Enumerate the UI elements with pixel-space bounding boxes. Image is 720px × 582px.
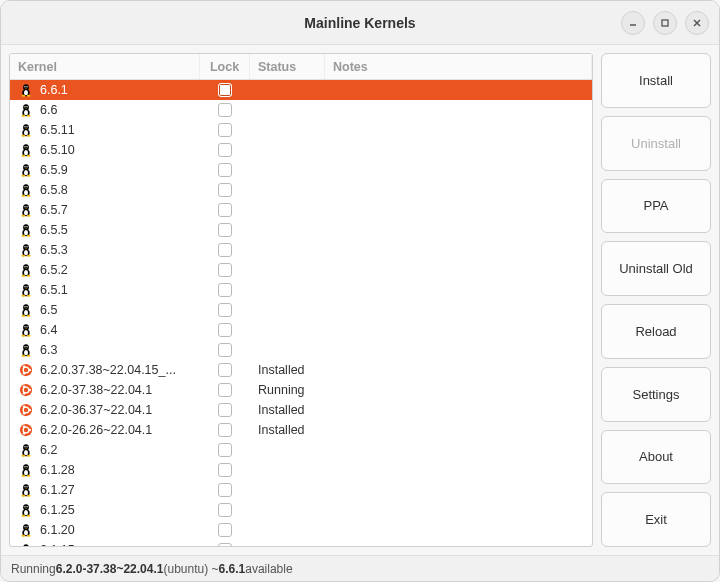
cell-kernel: 6.2.0-26.26~22.04.1 [10, 420, 200, 440]
cell-status [250, 480, 325, 500]
table-row[interactable]: 6.6 [10, 100, 592, 120]
exit-button[interactable]: Exit [601, 492, 711, 547]
reload-button[interactable]: Reload [601, 304, 711, 359]
table-row[interactable]: 6.2.0.37.38~22.04.15_...Installed [10, 360, 592, 380]
lock-checkbox[interactable] [218, 263, 232, 277]
cell-lock [200, 300, 250, 320]
col-header-kernel[interactable]: Kernel [10, 54, 200, 79]
cell-kernel: 6.4 [10, 320, 200, 340]
table-row[interactable]: 6.5.5 [10, 220, 592, 240]
table-row[interactable]: 6.5.7 [10, 200, 592, 220]
cell-notes [325, 500, 592, 520]
lock-checkbox[interactable] [218, 363, 232, 377]
lock-checkbox[interactable] [218, 323, 232, 337]
table-row[interactable]: 6.5 [10, 300, 592, 320]
minimize-button[interactable] [621, 11, 645, 35]
uninstall-button[interactable]: Uninstall [601, 116, 711, 171]
lock-checkbox[interactable] [218, 483, 232, 497]
lock-checkbox[interactable] [218, 383, 232, 397]
kernel-name: 6.1.25 [40, 503, 75, 517]
table-body[interactable]: 6.6.16.66.5.116.5.106.5.96.5.86.5.76.5.5… [10, 80, 592, 546]
lock-checkbox[interactable] [218, 123, 232, 137]
cell-kernel: 6.5.10 [10, 140, 200, 160]
table-row[interactable]: 6.1.28 [10, 460, 592, 480]
lock-checkbox[interactable] [218, 183, 232, 197]
lock-checkbox[interactable] [218, 403, 232, 417]
table-row[interactable]: 6.2.0-37.38~22.04.1Running [10, 380, 592, 400]
cell-notes [325, 100, 592, 120]
col-header-lock[interactable]: Lock [200, 54, 250, 79]
kernel-name: 6.2.0-36.37~22.04.1 [40, 403, 152, 417]
table-row[interactable]: 6.5.3 [10, 240, 592, 260]
cell-status [250, 460, 325, 480]
cell-kernel: 6.2.0-37.38~22.04.1 [10, 380, 200, 400]
table-row[interactable]: 6.2.0-26.26~22.04.1Installed [10, 420, 592, 440]
close-button[interactable] [685, 11, 709, 35]
table-row[interactable]: 6.2.0-36.37~22.04.1Installed [10, 400, 592, 420]
table-row[interactable]: 6.3 [10, 340, 592, 360]
table-row[interactable]: 6.1.15 [10, 540, 592, 546]
lock-checkbox[interactable] [218, 243, 232, 257]
cell-kernel: 6.1.27 [10, 480, 200, 500]
table-row[interactable]: 6.5.1 [10, 280, 592, 300]
cell-status [250, 200, 325, 220]
col-header-status[interactable]: Status [250, 54, 325, 79]
lock-checkbox[interactable] [218, 443, 232, 457]
status-distro: (ubuntu) ~ [163, 562, 218, 576]
maximize-button[interactable] [653, 11, 677, 35]
cell-status [250, 120, 325, 140]
titlebar: Mainline Kernels [1, 1, 719, 45]
table-row[interactable]: 6.5.11 [10, 120, 592, 140]
kernel-name: 6.5.2 [40, 263, 68, 277]
cell-lock [200, 180, 250, 200]
cell-status [250, 280, 325, 300]
ppa-button[interactable]: PPA [601, 179, 711, 234]
cell-status [250, 500, 325, 520]
cell-lock [200, 500, 250, 520]
table-row[interactable]: 6.6.1 [10, 80, 592, 100]
table-row[interactable]: 6.4 [10, 320, 592, 340]
tux-icon [18, 482, 34, 498]
table-row[interactable]: 6.5.8 [10, 180, 592, 200]
table-row[interactable]: 6.5.9 [10, 160, 592, 180]
lock-checkbox[interactable] [218, 83, 232, 97]
lock-checkbox[interactable] [218, 223, 232, 237]
lock-checkbox[interactable] [218, 103, 232, 117]
kernel-name: 6.5.8 [40, 183, 68, 197]
cell-status [250, 140, 325, 160]
kernel-name: 6.5.10 [40, 143, 75, 157]
lock-checkbox[interactable] [218, 143, 232, 157]
lock-checkbox[interactable] [218, 463, 232, 477]
table-row[interactable]: 6.1.27 [10, 480, 592, 500]
table-row[interactable]: 6.5.10 [10, 140, 592, 160]
about-button[interactable]: About [601, 430, 711, 485]
tux-icon [18, 322, 34, 338]
lock-checkbox[interactable] [218, 343, 232, 357]
kernel-name: 6.5.3 [40, 243, 68, 257]
settings-button[interactable]: Settings [601, 367, 711, 422]
col-header-notes[interactable]: Notes [325, 54, 592, 79]
kernel-name: 6.2.0.37.38~22.04.15_... [40, 363, 176, 377]
ubuntu-icon [18, 382, 34, 398]
lock-checkbox[interactable] [218, 503, 232, 517]
kernel-name: 6.6.1 [40, 83, 68, 97]
tux-icon [18, 442, 34, 458]
table-row[interactable]: 6.5.2 [10, 260, 592, 280]
lock-checkbox[interactable] [218, 423, 232, 437]
uninstall-old-button[interactable]: Uninstall Old [601, 241, 711, 296]
install-button[interactable]: Install [601, 53, 711, 108]
cell-status [250, 340, 325, 360]
table-row[interactable]: 6.2 [10, 440, 592, 460]
lock-checkbox[interactable] [218, 283, 232, 297]
lock-checkbox[interactable] [218, 163, 232, 177]
lock-checkbox[interactable] [218, 543, 232, 546]
table-row[interactable]: 6.1.25 [10, 500, 592, 520]
cell-status [250, 220, 325, 240]
table-row[interactable]: 6.1.20 [10, 520, 592, 540]
tux-icon [18, 242, 34, 258]
lock-checkbox[interactable] [218, 523, 232, 537]
kernel-name: 6.3 [40, 343, 57, 357]
lock-checkbox[interactable] [218, 203, 232, 217]
cell-kernel: 6.5.1 [10, 280, 200, 300]
lock-checkbox[interactable] [218, 303, 232, 317]
